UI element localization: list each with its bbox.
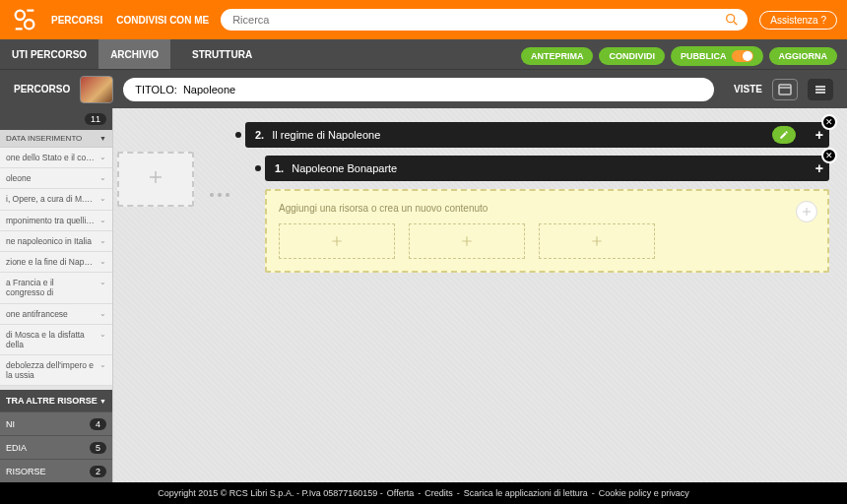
chevron-down-icon: ▼: [99, 135, 106, 142]
list-item[interactable]: one dello Stato e il codice civile⌄: [0, 148, 112, 168]
pubblica-label: PUBBLICA: [681, 51, 727, 61]
list-item-label: mponimento tra quelli dedica ...: [6, 216, 95, 225]
list-item[interactable]: i, Opere, a cura di M. Martell ...⌄: [0, 189, 112, 210]
altre-risorse-button[interactable]: TRA ALTRE RISORSE ▼: [0, 390, 112, 411]
list-item[interactable]: debolezza dell'impero e la ussia⌄: [0, 355, 112, 386]
list-item-label: zione e la fine di Napoleone: [6, 257, 95, 267]
tab-struttura[interactable]: STRUTTURA: [180, 39, 264, 69]
resource-slot[interactable]: [409, 223, 525, 259]
app-logo-icon[interactable]: [10, 5, 39, 34]
edit-button[interactable]: [772, 126, 796, 144]
nav-percorsi[interactable]: PERCORSI: [51, 15, 102, 26]
viste-label: VISTE: [734, 84, 762, 94]
footer-link[interactable]: Scarica le applicazioni di lettura: [464, 488, 588, 498]
chevron-down-icon: ⌄: [99, 278, 106, 287]
footer-link[interactable]: Offerta: [387, 488, 414, 498]
footer-link[interactable]: Cookie policy e privacy: [599, 488, 689, 498]
category-count: 4: [90, 418, 106, 430]
title-input[interactable]: [123, 78, 714, 101]
canvas: 2. Il regime di Napoleone + ✕ 1. Napoleo…: [113, 108, 847, 482]
search-icon[interactable]: [724, 12, 740, 28]
aggiorna-button[interactable]: AGGIORNA: [769, 47, 838, 65]
search-input[interactable]: [221, 9, 748, 31]
svg-point-2: [727, 15, 735, 23]
list-item-label: ne napoleonico in Italia: [6, 236, 92, 246]
list-item-label: di Mosca e la disfatta della: [6, 330, 95, 349]
tab-contenuti-percorso[interactable]: UTI PERCORSO: [0, 39, 98, 69]
add-button[interactable]: +: [815, 127, 823, 143]
condividi-button[interactable]: CONDIVIDI: [599, 47, 665, 65]
sidebar: 11 DATA INSERIMENTO ▼ one dello Stato e …: [0, 108, 113, 482]
altre-risorse-label: TRA ALTRE RISORSE: [6, 396, 98, 406]
list-item-label: i, Opere, a cura di M. Martell ...: [6, 194, 95, 204]
chevron-down-icon: ⌄: [99, 236, 106, 246]
view-list-button[interactable]: [808, 79, 833, 100]
chevron-down-icon: ⌄: [99, 257, 106, 267]
section-number: 2.: [255, 129, 264, 141]
svg-point-1: [25, 20, 33, 29]
list-item[interactable]: oleone⌄: [0, 168, 112, 189]
chevron-down-icon: ⌄: [99, 360, 106, 370]
action-bar: ANTEPRIMA CONDIVIDI PUBBLICA AGGIORNA: [521, 46, 837, 66]
category-item[interactable]: NI4: [0, 411, 112, 435]
section-block-2[interactable]: 2. Il regime di Napoleone + ✕: [245, 122, 829, 148]
category-item[interactable]: RISORSE2: [0, 459, 112, 482]
sidebar-list: one dello Stato e il codice civile⌄ oleo…: [0, 148, 112, 390]
chevron-down-icon: ⌄: [99, 173, 106, 183]
list-item[interactable]: mponimento tra quelli dedica ...⌄: [0, 211, 112, 231]
add-resource-button[interactable]: [796, 201, 817, 222]
category-count: 2: [90, 466, 106, 477]
category-label: EDIA: [6, 443, 27, 453]
svg-rect-3: [779, 85, 791, 94]
list-item[interactable]: a Francia e il congresso di⌄: [0, 273, 112, 303]
nav-condivisi[interactable]: CONDIVISI CON ME: [116, 15, 209, 26]
sidebar-count-badge: 11: [85, 113, 106, 125]
chevron-down-icon: ⌄: [99, 309, 106, 319]
sidebar-categories: NI4 EDIA5 RISORSE2: [0, 411, 112, 482]
category-label: RISORSE: [6, 467, 46, 476]
section-number: 1.: [275, 162, 284, 174]
category-item[interactable]: EDIA5: [0, 435, 112, 459]
pubblica-button[interactable]: PUBBLICA: [671, 46, 763, 66]
publish-toggle[interactable]: [732, 50, 753, 62]
percorso-header: PERCORSO VISTE: [0, 69, 847, 108]
list-item[interactable]: one antifrancese⌄: [0, 304, 112, 325]
list-item[interactable]: ne napoleonico in Italia⌄: [0, 231, 112, 252]
chevron-down-icon: ▼: [99, 398, 106, 405]
section-block-1[interactable]: 1. Napoleone Bonaparte + ✕: [265, 156, 829, 181]
view-card-button[interactable]: [772, 79, 798, 100]
footer-copyright: Copyright 2015 © RCS Libri S.p.A. - P.Iv…: [158, 488, 383, 498]
content-dropzone[interactable]: Aggiungi una risorsa o crea un nuovo con…: [265, 189, 829, 273]
list-item-label: a Francia e il congresso di: [6, 278, 95, 297]
bullet-icon: [255, 165, 261, 171]
svg-point-0: [16, 11, 25, 20]
anteprima-button[interactable]: ANTEPRIMA: [521, 47, 594, 65]
chevron-down-icon: ⌄: [99, 216, 106, 225]
category-label: NI: [6, 419, 15, 429]
help-button[interactable]: Assistenza ?: [759, 11, 837, 30]
list-item[interactable]: di Mosca e la disfatta della⌄: [0, 325, 112, 355]
search-wrap: [221, 9, 748, 31]
footer: Copyright 2015 © RCS Libri S.p.A. - P.Iv…: [0, 482, 847, 504]
tab-archivio[interactable]: ARCHIVIO: [98, 39, 170, 69]
sidebar-head: 11: [0, 108, 112, 130]
section-title: Il regime di Napoleone: [272, 129, 380, 141]
percorso-label: PERCORSO: [14, 84, 70, 94]
add-button[interactable]: +: [815, 160, 823, 176]
topbar: PERCORSI CONDIVISI CON ME Assistenza ?: [0, 0, 847, 39]
course-thumbnail[interactable]: [80, 76, 113, 103]
bullet-icon: [235, 132, 241, 138]
list-item-label: one dello Stato e il codice civile: [6, 153, 95, 162]
footer-link[interactable]: Credits: [424, 488, 453, 498]
list-item[interactable]: zione e la fine di Napoleone⌄: [0, 252, 112, 273]
list-item-label: debolezza dell'impero e la ussia: [6, 360, 95, 380]
close-button[interactable]: ✕: [821, 148, 837, 163]
dropzone-prompt: Aggiungi una risorsa o crea un nuovo con…: [279, 203, 815, 214]
connector-dots: [210, 193, 229, 197]
resource-slot[interactable]: [539, 223, 655, 259]
dropzone-small[interactable]: [117, 152, 194, 207]
list-item-label: one antifrancese: [6, 309, 68, 319]
sidebar-filter[interactable]: DATA INSERIMENTO ▼: [0, 130, 112, 148]
resource-slot[interactable]: [279, 223, 395, 259]
close-button[interactable]: ✕: [821, 114, 837, 130]
